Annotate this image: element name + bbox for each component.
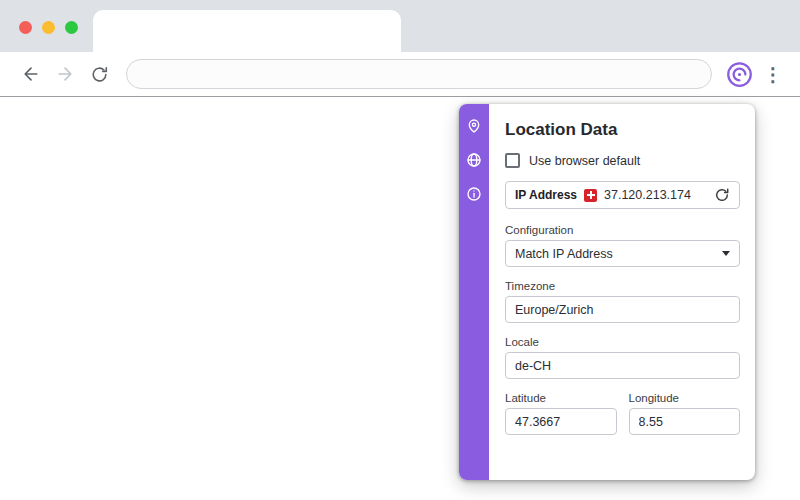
forward-button[interactable] [48,57,82,91]
timezone-field: Timezone [505,280,740,323]
browser-titlebar [0,0,800,52]
back-button[interactable] [14,57,48,91]
ip-address-box: IP Address 37.120.213.174 [505,181,740,209]
location-pin-icon[interactable] [466,117,483,134]
page-content: Location Data Use browser default IP Add… [0,97,800,499]
configuration-field: Configuration Match IP Address [505,224,740,267]
fingerprint-location-icon [726,61,753,88]
back-arrow-icon [21,64,41,84]
reload-icon [90,65,109,84]
forward-arrow-icon [55,64,75,84]
window-maximize-button[interactable] [65,21,78,34]
timezone-label: Timezone [505,280,740,292]
longitude-label: Longitude [629,392,741,404]
longitude-field: Longitude [629,392,741,435]
locale-field: Locale [505,336,740,379]
swiss-flag-icon [584,189,597,202]
configuration-select[interactable]: Match IP Address [505,240,740,267]
timezone-input[interactable] [505,296,740,323]
globe-icon[interactable] [466,151,483,168]
window-minimize-button[interactable] [42,21,55,34]
ip-address-label: IP Address [515,188,577,202]
browser-toolbar: ⋮ [0,52,800,97]
refresh-icon [714,187,730,203]
coordinates-row: Latitude Longitude [505,392,740,435]
configuration-selected-value: Match IP Address [515,247,613,261]
use-browser-default-checkbox[interactable] [505,153,520,168]
configuration-label: Configuration [505,224,740,236]
latitude-label: Latitude [505,392,617,404]
info-icon[interactable] [466,185,483,202]
refresh-ip-button[interactable] [714,187,730,203]
latitude-input[interactable] [505,408,617,435]
longitude-input[interactable] [629,408,741,435]
panel-body: Location Data Use browser default IP Add… [489,104,755,480]
latitude-field: Latitude [505,392,617,435]
reload-button[interactable] [82,57,116,91]
locale-input[interactable] [505,352,740,379]
panel-title: Location Data [505,120,740,140]
locale-label: Locale [505,336,740,348]
browser-menu-button[interactable]: ⋮ [760,59,786,89]
use-browser-default-checkbox-row[interactable]: Use browser default [505,153,740,168]
location-data-panel: Location Data Use browser default IP Add… [459,104,755,480]
ip-address-value: 37.120.213.174 [604,188,691,202]
address-bar[interactable] [126,59,712,89]
vytal-extension-icon[interactable] [724,59,754,89]
browser-tab[interactable] [93,10,401,52]
use-browser-default-label: Use browser default [529,154,640,168]
panel-sidebar [459,104,489,480]
window-close-button[interactable] [19,21,32,34]
chevron-down-icon [722,251,730,256]
